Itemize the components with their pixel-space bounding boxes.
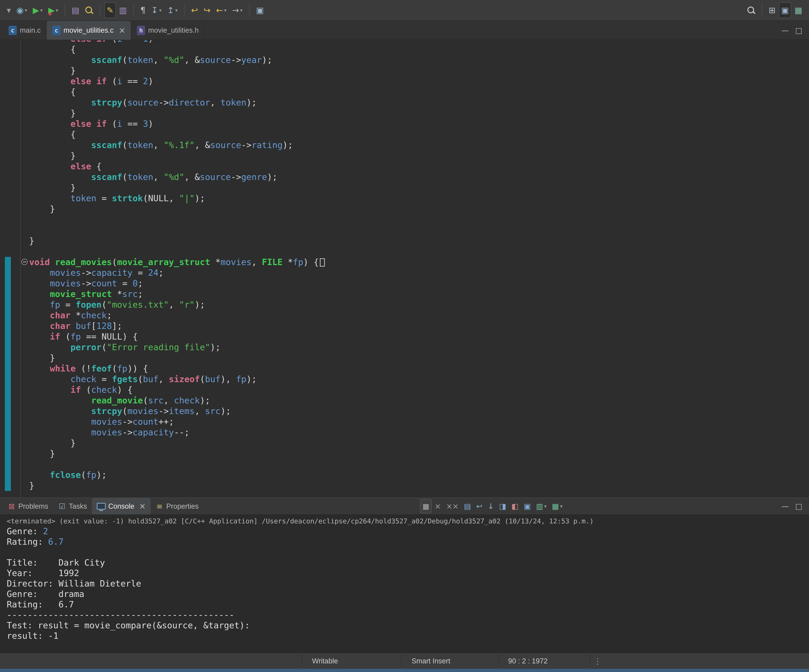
close-icon[interactable]: × [139,502,146,510]
debug-perspective-button[interactable]: ▦ [792,2,804,18]
editor-tab-movie-utilities-c[interactable]: cmovie_utilities.c× [47,21,131,40]
console-view[interactable]: <terminated> (exit value: -1) hold3527_a… [0,515,809,653]
code-line[interactable]: if (fp == NULL) { [29,331,809,342]
code-line[interactable]: sscanf(token, "%d", &source->genre); [29,172,809,183]
code-line[interactable]: while (!feof(fp)) { [29,363,809,374]
view-tab-console[interactable]: Console× [92,498,151,514]
cpp-perspective-button[interactable]: ▣ [779,2,791,18]
code-line[interactable]: else { [29,161,809,172]
code-line[interactable]: { [29,44,809,55]
view-tab-tasks[interactable]: ☑Tasks [53,498,92,514]
editor-tab-movie-utilities-h[interactable]: hmovie_utilities.h [131,21,205,40]
code-line[interactable]: else if (i == 3) [29,119,809,129]
code-token [29,310,50,320]
collapse-region-icon[interactable] [21,259,28,265]
show-on-stdout-button[interactable]: ◨ [497,499,509,513]
forward-button[interactable]: →▾ [230,2,245,18]
code-line[interactable]: } [29,448,809,459]
code-line[interactable]: char buf[128]; [29,321,809,331]
code-line[interactable]: else if (i == 1) [29,40,809,44]
new-editor-button[interactable]: ▣ [254,2,266,18]
open-console-button[interactable]: ▦▾ [550,499,565,513]
code-line[interactable]: void read_movies(movie_array_struct *mov… [29,257,809,268]
code-line[interactable]: fclose(fp); [29,470,809,480]
code-line[interactable] [29,246,809,257]
save-console-output-button[interactable]: ▤ [462,499,473,513]
scroll-lock-button[interactable]: ↓ [485,499,496,513]
code-line[interactable]: movies->capacity--; [29,427,809,438]
code-token: source [200,55,231,65]
next-edit-location-button[interactable]: ↪ [201,2,213,18]
code-line[interactable]: strcpy(source->director, token); [29,97,809,108]
minimize-view-icon[interactable]: — [781,27,789,34]
open-perspective-button[interactable]: ⊞ [766,2,778,18]
maximize-view-icon[interactable]: □ [795,27,802,34]
code-token: ); [246,97,257,107]
maximize-view-icon[interactable]: □ [795,503,802,510]
code-line[interactable]: { [29,129,809,140]
code-line[interactable]: check = fgets(buf, sizeof(buf), fp); [29,374,809,385]
code-line[interactable]: char *check; [29,310,809,321]
last-edit-location-button[interactable]: ↩ [189,2,200,18]
close-icon[interactable]: × [119,27,125,34]
show-on-stderr-button[interactable]: ◧ [509,499,521,513]
run-button[interactable]: ▶▾ [31,2,45,18]
search-button[interactable] [83,2,96,18]
code-line[interactable]: movies->capacity = 24; [29,268,809,278]
code-line[interactable]: } [29,108,809,119]
folding-column[interactable] [20,40,29,498]
code-line[interactable]: sscanf(token, "%.1f", &source->rating); [29,140,809,151]
code-line[interactable]: } [29,236,809,246]
code-line[interactable]: else if (i == 2) [29,76,809,87]
editor-tab-main-c[interactable]: cmain.c [3,21,47,40]
remove-all-launches-button[interactable]: ×× [444,499,461,513]
code-line[interactable]: } [29,353,809,363]
code-line[interactable]: } [29,183,809,193]
debug-button[interactable]: ▶▾ [46,2,60,18]
code-line[interactable]: if (check) { [29,385,809,395]
code-line[interactable] [29,225,809,236]
code-line[interactable]: } [29,65,809,76]
view-tab-problems[interactable]: ⊠Problems [3,498,53,514]
code-line[interactable]: { [29,87,809,97]
open-element-button[interactable]: ▤ [69,2,82,18]
code-line[interactable]: movies->count = 0; [29,278,809,289]
code-line[interactable]: sscanf(token, "%d", &source->year); [29,55,809,65]
open-resource-button[interactable]: ▥ [117,2,129,18]
back-button[interactable]: ←▾ [214,2,229,18]
code-line[interactable]: strcpy(movies->items, src); [29,406,809,416]
next-annotation-button[interactable]: ↧▾ [149,2,164,18]
toolbar-separator [249,4,250,16]
toggle-highlight-button[interactable]: ✎ [104,2,116,18]
code-line[interactable]: } [29,480,809,491]
code-line[interactable]: fp = fopen("movies.txt", "r"); [29,299,809,310]
code-token: ), [221,374,236,384]
view-tab-properties[interactable]: ≡Properties [151,498,203,514]
remove-launch-button[interactable]: × [432,499,443,513]
toolbar-overflow-button[interactable]: ▾ [5,2,13,18]
code-line[interactable]: read_movie(src, check); [29,395,809,406]
code-line[interactable]: } [29,151,809,161]
code-line[interactable]: movie_struct *src; [29,289,809,299]
code-token: src [123,289,138,299]
display-selected-console-button[interactable]: ▥▾ [534,499,549,513]
code-line[interactable] [29,459,809,470]
code-line[interactable]: token = strtok(NULL, "|"); [29,193,809,204]
code-line[interactable]: } [29,438,809,448]
code-token [29,97,91,107]
pin-console-button[interactable]: ▣ [521,499,533,513]
code-line[interactable] [29,214,809,225]
code-area[interactable]: else if (i == 1) { sscanf(token, "%d", &… [29,40,809,498]
terminate-button[interactable]: ■ [420,499,432,513]
word-wrap-button[interactable]: ↩ [474,499,485,513]
show-whitespace-button[interactable]: ¶ [138,2,148,18]
code-line[interactable]: perror("Error reading file"); [29,342,809,353]
previous-annotation-button[interactable]: ↥▾ [165,2,180,18]
minimize-view-icon[interactable]: — [781,503,789,510]
code-line[interactable]: movies->count++; [29,416,809,427]
quick-access-search-button[interactable] [745,2,757,18]
code-line[interactable]: } [29,204,809,214]
editor-area[interactable]: else if (i == 1) { sscanf(token, "%d", &… [0,40,809,498]
annotation-ruler[interactable] [0,40,20,498]
launch-profile-button[interactable]: ◉▾ [14,2,29,18]
